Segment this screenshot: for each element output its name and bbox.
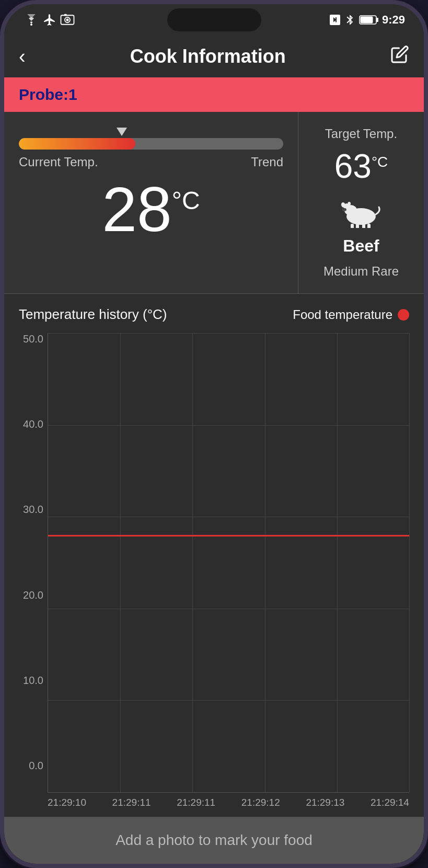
status-right: 9:29 (329, 13, 405, 27)
chart-header: Temperature history (°C) Food temperatur… (19, 306, 409, 323)
back-button[interactable]: ‹ (19, 45, 26, 68)
svg-point-18 (343, 209, 344, 210)
grid-line-vertical (409, 333, 410, 792)
legend-dot (398, 309, 409, 321)
grid-line-vertical (265, 333, 265, 792)
left-panel: Current Temp. Trend 28 °C (4, 112, 298, 293)
progress-labels: Current Temp. Trend (19, 155, 283, 169)
y-label-50: 50.0 (19, 333, 48, 345)
wifi-icon (23, 14, 40, 26)
svg-rect-14 (356, 224, 359, 228)
status-left (23, 12, 75, 28)
grid-line-horizontal (48, 609, 409, 609)
bottom-bar[interactable]: Add a photo to mark your food (4, 817, 424, 864)
food-name: Beef (343, 236, 379, 256)
svg-rect-6 (376, 18, 378, 22)
nfc-icon (329, 14, 341, 26)
svg-rect-7 (360, 17, 373, 24)
grid-line-vertical (192, 333, 193, 792)
battery-icon (359, 15, 379, 25)
phone-frame: 9:29 ‹ Cook Information Probe:1 (0, 0, 428, 868)
trend-label: Trend (251, 155, 283, 169)
grid-line-horizontal (48, 700, 409, 701)
progress-bar-background (19, 138, 283, 150)
x-label-5: 21:29:14 (371, 797, 409, 808)
header: ‹ Cook Information (4, 36, 424, 77)
chart-area (48, 333, 409, 793)
chart-wrapper: 50.0 40.0 30.0 20.0 10.0 0.0 21:29:10 (19, 333, 409, 808)
chart-section: Temperature history (°C) Food temperatur… (4, 294, 424, 817)
svg-rect-13 (351, 224, 354, 228)
current-temperature: 28 °C (102, 178, 200, 241)
info-area: Current Temp. Trend 28 °C Target Temp. 6… (4, 112, 424, 294)
food-style: Medium Rare (323, 264, 399, 279)
airplane-icon (43, 13, 56, 27)
x-label-3: 21:29:12 (241, 797, 280, 808)
grid-line-vertical (120, 333, 121, 792)
data-line-food-temp (48, 535, 409, 536)
status-time: 9:29 (382, 13, 405, 27)
y-label-20: 20.0 (19, 589, 48, 601)
phone-screen: 9:29 ‹ Cook Information Probe:1 (4, 4, 424, 864)
progress-indicator (19, 128, 283, 136)
cow-icon (335, 191, 387, 228)
x-axis: 21:29:10 21:29:11 21:29:11 21:29:12 21:2… (19, 797, 409, 808)
chart-body: 50.0 40.0 30.0 20.0 10.0 0.0 (19, 333, 409, 793)
y-label-40: 40.0 (19, 418, 48, 430)
current-temp-value: 28 (102, 178, 171, 241)
svg-point-19 (345, 209, 346, 210)
svg-point-3 (66, 19, 69, 21)
y-axis: 50.0 40.0 30.0 20.0 10.0 0.0 (19, 333, 48, 793)
svg-point-0 (30, 24, 32, 26)
grid-line-horizontal (48, 517, 409, 517)
svg-point-17 (342, 208, 346, 211)
notch (167, 8, 261, 31)
right-panel: Target Temp. 63 °C (298, 112, 424, 293)
target-temp-label: Target Temp. (325, 127, 397, 141)
probe-banner: Probe:1 (4, 77, 424, 112)
target-temperature: 63 °C (334, 150, 388, 183)
add-photo-label: Add a photo to mark your food (115, 832, 313, 849)
x-label-0: 21:29:10 (48, 797, 86, 808)
target-temp-unit: °C (372, 155, 388, 169)
svg-rect-4 (64, 14, 67, 16)
chart-legend: Food temperature (293, 307, 409, 322)
grid-line-horizontal (48, 333, 409, 334)
x-label-4: 21:29:13 (306, 797, 344, 808)
current-temp-unit: °C (172, 188, 200, 213)
grid-line-horizontal (48, 425, 409, 426)
page-title: Cook Information (130, 45, 286, 67)
target-temp-value: 63 (334, 150, 372, 183)
progress-marker (117, 128, 127, 136)
progress-bar-fill (19, 138, 135, 150)
chart-title: Temperature history (°C) (19, 306, 167, 323)
svg-rect-15 (362, 224, 365, 228)
camera-badge-icon (60, 12, 75, 28)
legend-text: Food temperature (293, 307, 392, 322)
svg-rect-16 (367, 224, 371, 228)
x-label-2: 21:29:11 (177, 797, 215, 808)
y-label-30: 30.0 (19, 504, 48, 516)
y-label-0: 0.0 (19, 760, 48, 772)
grid-line-vertical (337, 333, 338, 792)
probe-label: Probe:1 (19, 86, 77, 104)
x-label-1: 21:29:11 (112, 797, 151, 808)
y-label-10: 10.0 (19, 675, 48, 687)
current-temp-label: Current Temp. (19, 155, 98, 169)
progress-container: Current Temp. Trend (19, 128, 283, 169)
bluetooth-icon (344, 13, 356, 27)
edit-button[interactable] (390, 45, 409, 68)
